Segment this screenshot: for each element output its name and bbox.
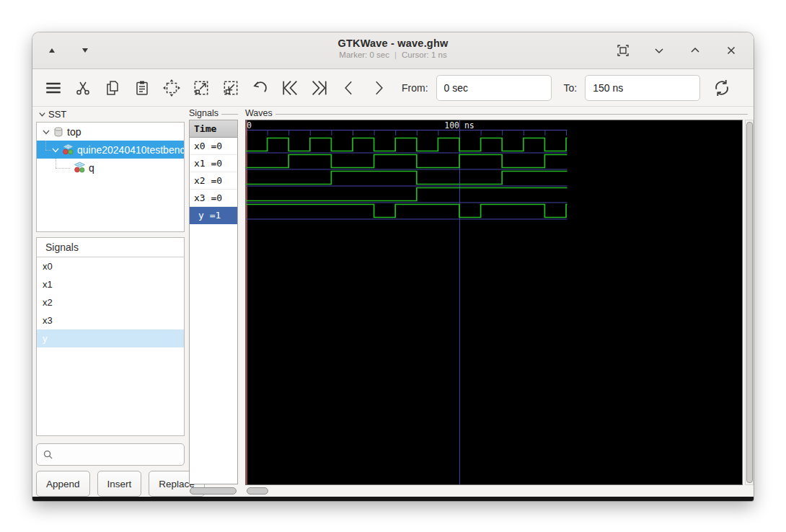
facility-buttons: Append Insert Replace bbox=[36, 471, 185, 497]
skip-to-end-icon[interactable] bbox=[309, 76, 330, 100]
signals-frame-label: Signals bbox=[189, 108, 238, 118]
tree-node-label: q bbox=[89, 162, 94, 174]
facility-item-x1[interactable]: x1 bbox=[37, 275, 184, 293]
menu-hamburger-icon[interactable] bbox=[43, 76, 64, 100]
search-input[interactable] bbox=[58, 448, 176, 461]
append-button[interactable]: Append bbox=[36, 471, 90, 497]
signal-row-x1[interactable]: x1 =0 bbox=[190, 155, 237, 172]
minimize-icon[interactable] bbox=[651, 43, 667, 58]
tree-node-label: top bbox=[67, 126, 81, 138]
facility-item-x0[interactable]: x0 bbox=[37, 257, 184, 275]
close-icon[interactable] bbox=[723, 43, 739, 58]
facility-item-x2[interactable]: x2 bbox=[37, 293, 184, 311]
facilities-header: Signals bbox=[37, 238, 184, 257]
tree-node-label: quine20240410testbench bbox=[77, 144, 184, 156]
marker-status: Marker: 0 sec bbox=[339, 50, 389, 59]
undo-icon[interactable] bbox=[250, 76, 271, 100]
database-icon bbox=[53, 126, 64, 138]
module-icon bbox=[62, 143, 74, 156]
paste-icon[interactable] bbox=[131, 76, 153, 100]
status-divider: | bbox=[394, 50, 397, 59]
tree-node-testbench[interactable]: quine20240410testbench bbox=[37, 141, 184, 159]
facilities-panel: Signals x0 x1 x2 x3 y bbox=[36, 237, 185, 436]
signal-row-x3[interactable]: x3 =0 bbox=[190, 190, 237, 207]
titlebar: GTKWave - wave.ghw Marker: 0 sec|Cursor:… bbox=[32, 32, 754, 69]
from-label: From: bbox=[402, 82, 428, 94]
svg-text:0: 0 bbox=[247, 120, 252, 130]
module-icon bbox=[74, 161, 86, 174]
sst-expander-icon bbox=[38, 110, 46, 118]
waveform-canvas[interactable]: 0100 ns bbox=[245, 120, 743, 485]
zoom-in-icon[interactable] bbox=[190, 76, 212, 100]
insert-button[interactable]: Insert bbox=[97, 471, 142, 497]
expander-icon[interactable] bbox=[51, 146, 60, 154]
facility-item-y[interactable]: y bbox=[37, 329, 184, 347]
signal-column-hscrollbar[interactable] bbox=[189, 487, 238, 495]
signal-row-x0[interactable]: x0 =0 bbox=[190, 138, 237, 155]
signal-search-box[interactable] bbox=[36, 443, 185, 466]
sst-header-label: SST bbox=[48, 109, 66, 120]
window-title: GTKWave - wave.ghw bbox=[338, 37, 449, 49]
titlebar-title-block: GTKWave - wave.ghw Marker: 0 sec|Cursor:… bbox=[338, 37, 449, 59]
toolbar: From: To: bbox=[32, 69, 754, 107]
copy-icon[interactable] bbox=[102, 76, 123, 100]
to-input[interactable] bbox=[585, 75, 700, 101]
sst-header[interactable]: SST bbox=[38, 109, 66, 120]
titlebar-right-controls bbox=[615, 32, 739, 68]
wave-hscrollbar[interactable] bbox=[245, 487, 743, 495]
to-label: To: bbox=[564, 82, 578, 94]
skip-to-start-icon[interactable] bbox=[279, 76, 301, 100]
wave-vscrollbar[interactable] bbox=[745, 120, 754, 485]
sst-tree: top quine20240410testbench bbox=[36, 122, 185, 232]
tree-node-top[interactable]: top bbox=[37, 123, 184, 141]
shade-up-button[interactable] bbox=[44, 43, 60, 58]
shift-left-icon[interactable] bbox=[338, 76, 360, 100]
tree-node-q[interactable]: q bbox=[37, 159, 184, 177]
tile-window-icon[interactable] bbox=[615, 43, 631, 58]
zoom-fit-icon[interactable] bbox=[161, 76, 182, 100]
from-input[interactable] bbox=[436, 75, 552, 101]
signal-row-x2[interactable]: x2 =0 bbox=[190, 172, 237, 190]
cursor-status: Cursor: 1 ns bbox=[402, 50, 447, 59]
expander-icon[interactable] bbox=[42, 128, 50, 136]
reload-icon[interactable] bbox=[711, 76, 733, 100]
zoom-out-icon[interactable] bbox=[220, 76, 242, 100]
window-statusline: Marker: 0 sec|Cursor: 1 ns bbox=[338, 50, 449, 59]
shade-down-button[interactable] bbox=[77, 43, 93, 58]
facility-item-x3[interactable]: x3 bbox=[37, 311, 184, 329]
maximize-icon[interactable] bbox=[687, 43, 703, 58]
signal-name-column: Time x0 =0 x1 =0 x2 =0 x3 =0 y =1 bbox=[189, 120, 238, 484]
time-header[interactable]: Time bbox=[190, 120, 237, 138]
titlebar-left-controls bbox=[44, 32, 93, 68]
shift-right-icon[interactable] bbox=[368, 76, 389, 100]
signal-row-y[interactable]: y =1 bbox=[190, 207, 237, 224]
waves-frame-label: Waves bbox=[245, 108, 748, 118]
gtkwave-window: GTKWave - wave.ghw Marker: 0 sec|Cursor:… bbox=[32, 32, 754, 501]
search-icon bbox=[43, 449, 53, 460]
cut-icon[interactable] bbox=[72, 76, 94, 100]
